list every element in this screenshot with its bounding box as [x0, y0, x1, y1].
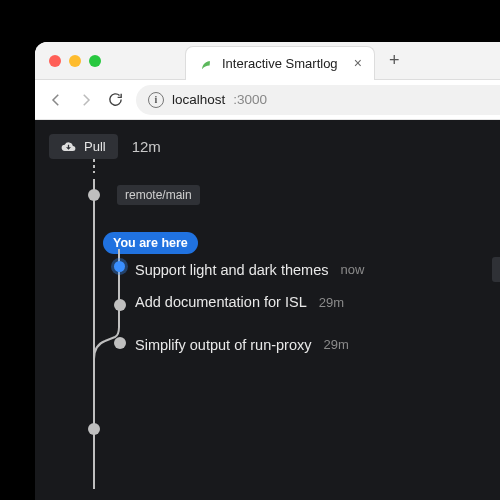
- graph-node[interactable]: [114, 337, 126, 349]
- app-topbar: Pull 12m: [49, 134, 500, 159]
- remote-branch-badge[interactable]: remote/main: [117, 185, 200, 205]
- back-button[interactable]: [47, 91, 65, 109]
- browser-toolbar: i localhost:3000: [35, 80, 500, 120]
- window-controls: [35, 55, 115, 67]
- commit-message: Simplify output of run-proxy: [135, 337, 312, 353]
- graph-node-remote[interactable]: [88, 189, 100, 201]
- pull-button[interactable]: Pull: [49, 134, 118, 159]
- commit-row[interactable]: Simplify output of run-proxy 29m Goto: [135, 331, 500, 358]
- graph-node[interactable]: [88, 423, 100, 435]
- tab-title: Interactive Smartlog: [222, 56, 346, 71]
- pull-label: Pull: [84, 139, 106, 154]
- browser-window: Interactive Smartlog × + i localhost:300…: [35, 42, 500, 500]
- maximize-window-button[interactable]: [89, 55, 101, 67]
- browser-tab[interactable]: Interactive Smartlog ×: [185, 46, 375, 80]
- address-bar[interactable]: i localhost:3000: [136, 85, 500, 115]
- graph-node-current[interactable]: [114, 261, 125, 272]
- commit-row[interactable]: Support light and dark themes now Uncomm…: [135, 257, 500, 282]
- graph-node[interactable]: [114, 299, 126, 311]
- commit-time: 29m: [319, 295, 344, 310]
- new-tab-button[interactable]: +: [389, 50, 400, 71]
- cloud-download-icon: [61, 139, 76, 154]
- commit-message: Add documentation for ISL: [135, 294, 307, 310]
- commit-time: now: [340, 262, 364, 277]
- you-are-here-badge: You are here: [103, 232, 198, 254]
- commit-row[interactable]: Add documentation for ISL 29m: [135, 294, 500, 310]
- commit-time: 29m: [324, 337, 349, 352]
- minimize-window-button[interactable]: [69, 55, 81, 67]
- url-host: localhost: [172, 92, 225, 107]
- last-pull-time: 12m: [132, 138, 161, 155]
- reload-button[interactable]: [107, 91, 124, 108]
- close-tab-icon[interactable]: ×: [354, 55, 362, 71]
- close-window-button[interactable]: [49, 55, 61, 67]
- commit-message: Support light and dark themes: [135, 262, 328, 278]
- site-info-icon[interactable]: i: [148, 92, 164, 108]
- app-content: Pull 12m remote/main You are here Suppor…: [35, 120, 500, 500]
- forward-button[interactable]: [77, 91, 95, 109]
- graph-line-dashed: [93, 159, 95, 173]
- titlebar: Interactive Smartlog × +: [35, 42, 500, 80]
- uncommit-button[interactable]: Uncommit: [492, 257, 500, 282]
- url-port: :3000: [233, 92, 267, 107]
- leaf-icon: [198, 55, 214, 71]
